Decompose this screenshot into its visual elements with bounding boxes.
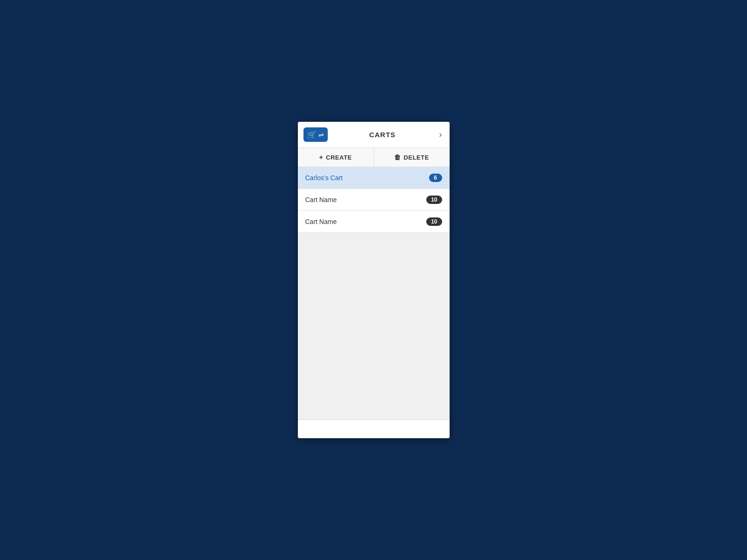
- toolbar: + CREATE 🗑 DELETE: [298, 148, 450, 167]
- delete-button[interactable]: 🗑 DELETE: [374, 148, 450, 167]
- header-icon-group[interactable]: 🛒 ⇌: [303, 127, 328, 142]
- cart-list-empty-area: [298, 233, 450, 420]
- cart-item[interactable]: Cart Name 10: [298, 189, 450, 211]
- chevron-left-icon: ›: [439, 130, 442, 140]
- cart-icon: 🛒: [307, 130, 317, 139]
- cart-item-badge: 10: [426, 217, 442, 226]
- cart-item-badge: 6: [429, 174, 442, 182]
- back-button[interactable]: ›: [437, 128, 444, 141]
- cart-list: Carlos's Cart 6 Cart Name 10 Cart Name 1…: [298, 167, 450, 420]
- cart-item[interactable]: Cart Name 10: [298, 211, 450, 233]
- cart-item-name: Cart Name: [305, 218, 337, 225]
- create-button[interactable]: + CREATE: [298, 148, 374, 167]
- plus-icon: +: [319, 154, 323, 161]
- cart-item-name: Cart Name: [305, 196, 337, 203]
- trash-icon: 🗑: [394, 154, 401, 161]
- panel-footer: [298, 420, 450, 438]
- filter-icon: ⇌: [318, 131, 324, 139]
- create-label: CREATE: [326, 154, 352, 161]
- panel-title: CARTS: [328, 131, 437, 139]
- cart-item-name: Carlos's Cart: [305, 174, 343, 182]
- carts-panel: 🛒 ⇌ CARTS › + CREATE 🗑 DELETE Carlos's C…: [298, 122, 450, 438]
- delete-label: DELETE: [404, 154, 429, 161]
- cart-item-badge: 10: [426, 196, 442, 204]
- cart-item[interactable]: Carlos's Cart 6: [298, 167, 450, 189]
- panel-header: 🛒 ⇌ CARTS ›: [298, 122, 450, 148]
